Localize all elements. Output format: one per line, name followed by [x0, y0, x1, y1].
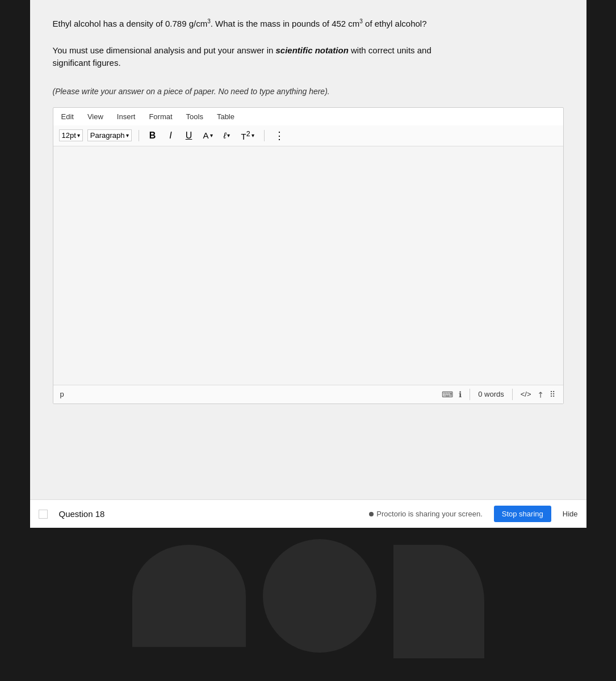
- text-editor: Edit View Insert Format Tools Table 12pt…: [53, 107, 564, 404]
- italic-button[interactable]: I: [164, 129, 178, 142]
- paragraph-indicator: p: [60, 390, 64, 398]
- question-label: Question 18: [59, 509, 358, 519]
- menu-insert[interactable]: Insert: [115, 111, 138, 122]
- proctorio-status: Proctorio is sharing your screen.: [369, 510, 482, 518]
- info-icon[interactable]: ℹ: [459, 390, 462, 399]
- font-size-select[interactable]: 12pt ▾: [59, 129, 83, 141]
- drag-handle-icon: ⠿: [550, 390, 556, 399]
- stop-sharing-button[interactable]: Stop sharing: [494, 506, 551, 522]
- instruction-text: You must use dimensional analysis and pu…: [53, 44, 564, 70]
- link-icon: ℓ: [224, 131, 227, 140]
- code-view-button[interactable]: </>: [521, 390, 531, 398]
- dark-shape-left: [132, 545, 246, 647]
- superscript-button[interactable]: T2 ▾: [238, 129, 257, 142]
- link-arrow: ▾: [227, 132, 230, 138]
- italic-note: (Please write your answer on a piece of …: [53, 87, 564, 96]
- font-color-button[interactable]: A ▾: [200, 129, 216, 142]
- menu-format[interactable]: Format: [146, 111, 174, 122]
- question-checkbox[interactable]: [39, 510, 48, 519]
- more-options-button[interactable]: ⋮: [271, 129, 288, 142]
- menu-tools[interactable]: Tools: [184, 111, 206, 122]
- font-size-value: 12pt: [62, 131, 76, 140]
- paragraph-value: Paragraph: [90, 131, 125, 140]
- question-text: Ethyl alcohol has a density of 0.789 g/c…: [53, 17, 564, 31]
- superscript-label: T2: [241, 130, 250, 141]
- paragraph-arrow: ▾: [126, 132, 129, 138]
- keyboard-icon[interactable]: ⌨: [442, 390, 453, 399]
- status-divider-2: [512, 389, 513, 400]
- checkbox-area: [39, 510, 48, 519]
- editor-menu-bar: Edit View Insert Format Tools Table: [53, 108, 563, 125]
- superscript-arrow: ▾: [252, 132, 254, 138]
- editor-toolbar: 12pt ▾ Paragraph ▾ B I U A ▾ ℓ ▾ T2 ▾: [53, 125, 563, 146]
- paragraph-select[interactable]: Paragraph ▾: [87, 129, 132, 141]
- proctorio-dot-icon: [369, 512, 374, 516]
- status-divider-1: [470, 389, 470, 400]
- link-button[interactable]: ℓ ▾: [220, 129, 234, 142]
- underline-button[interactable]: U: [182, 129, 196, 142]
- menu-table[interactable]: Table: [215, 111, 237, 122]
- bold-button[interactable]: B: [146, 129, 160, 142]
- word-count: 0 words: [478, 390, 504, 398]
- proctorio-message: Proctorio is sharing your screen.: [376, 510, 482, 518]
- hide-button[interactable]: Hide: [563, 510, 578, 518]
- menu-view[interactable]: View: [85, 111, 106, 122]
- font-color-arrow: ▾: [210, 132, 213, 138]
- dark-shape-right: [393, 545, 484, 658]
- editor-status-bar: p ⌨ ℹ 0 words </> ↗ ⠿: [53, 385, 563, 403]
- toolbar-divider-1: [139, 130, 139, 141]
- editor-content-area[interactable]: [53, 146, 563, 385]
- toolbar-divider-2: [264, 130, 265, 141]
- dark-shapes: [132, 545, 484, 658]
- status-right: ⌨ ℹ 0 words </> ↗ ⠿: [442, 389, 556, 400]
- menu-edit[interactable]: Edit: [59, 111, 76, 122]
- font-size-arrow: ▾: [77, 132, 80, 138]
- font-color-label: A: [203, 131, 209, 140]
- dark-shape-middle: [263, 539, 376, 653]
- dark-bottom-area: [0, 528, 616, 681]
- bottom-bar: Question 18 Proctorio is sharing your sc…: [30, 499, 586, 528]
- expand-button[interactable]: ↗: [535, 389, 546, 400]
